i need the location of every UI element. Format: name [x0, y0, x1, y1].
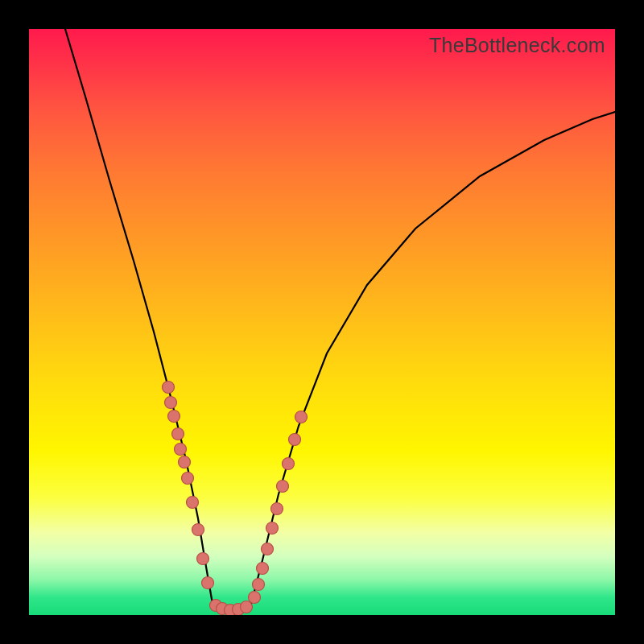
bottleneck-curve [65, 29, 615, 611]
data-point [165, 397, 177, 409]
data-point [202, 577, 214, 589]
data-point [192, 524, 204, 536]
data-point [187, 497, 199, 509]
data-point [289, 434, 301, 446]
data-point [257, 563, 269, 575]
data-point [163, 382, 175, 394]
data-point [197, 553, 209, 565]
data-point [262, 543, 274, 555]
data-point [277, 481, 289, 493]
data-point [271, 503, 283, 515]
data-point [253, 579, 265, 591]
data-point [241, 601, 253, 613]
data-point [179, 456, 191, 469]
data-point [295, 411, 308, 423]
chart-frame: TheBottleneck.com [0, 0, 644, 644]
data-point [168, 411, 180, 423]
data-point [266, 522, 279, 535]
data-point [175, 444, 187, 456]
data-point [182, 473, 194, 485]
data-point [249, 592, 261, 604]
data-point [283, 458, 295, 470]
data-point [172, 428, 184, 440]
plot-area: TheBottleneck.com [29, 29, 615, 615]
chart-overlay [29, 29, 615, 615]
data-points [163, 382, 308, 616]
